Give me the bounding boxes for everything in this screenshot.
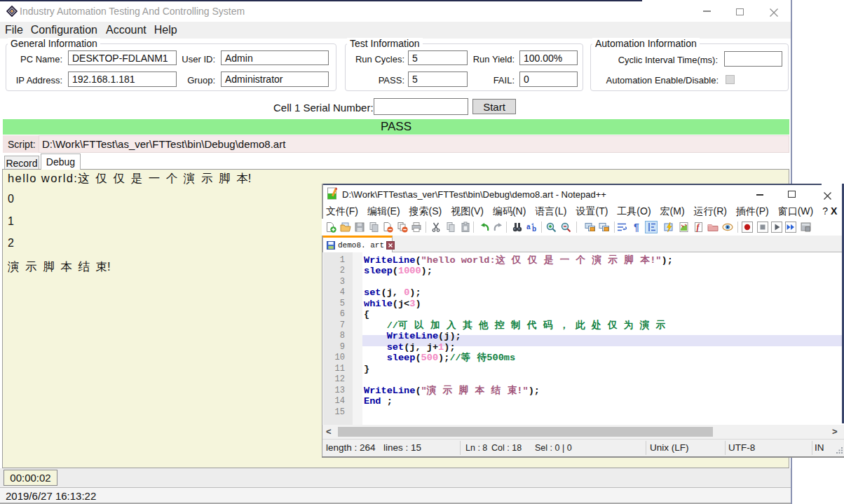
svg-text:b: b [532,225,536,233]
svg-text:a: a [526,223,531,231]
svg-text:¶: ¶ [634,222,639,233]
